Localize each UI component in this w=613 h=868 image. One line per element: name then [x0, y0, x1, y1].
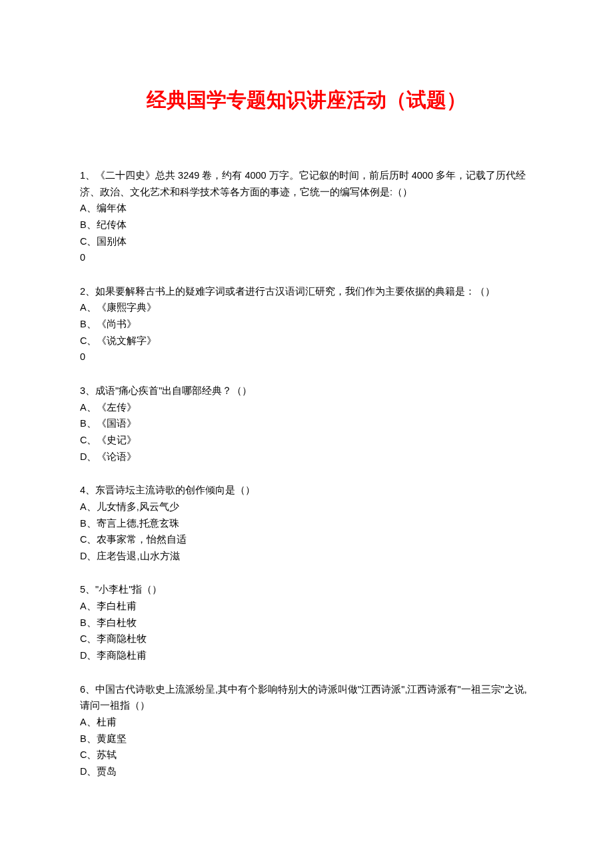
document-page: 经典国学专题知识讲座活动（试题） 1、《二十四史》总共 3249 卷，约有 40…: [0, 0, 613, 837]
question-block: 2、如果要解释古书上的疑难字词或者进行古汉语词汇研究，我们作为主要依据的典籍是：…: [80, 283, 533, 365]
choice-option: D、贾岛: [80, 763, 533, 780]
question-block: 4、东晋诗坛主流诗歌的创作倾向是（） A、儿女情多,风云气少 B、寄言上德,托意…: [80, 482, 533, 564]
choice-option: A、杜甫: [80, 714, 533, 731]
choice-option: A、《左传》: [80, 399, 533, 416]
question-prompt: 4、东晋诗坛主流诗歌的创作倾向是（）: [80, 482, 533, 499]
question-prompt: 3、成语"痛心疾首"出自哪部经典？（）: [80, 383, 533, 399]
trailing-marker: 0: [80, 349, 533, 365]
choice-option: C、国别体: [80, 233, 533, 250]
choice-option: D、《论语》: [80, 449, 533, 465]
question-block: 5、"小李杜"指（） A、李白杜甫 B、李白杜牧 C、李商隐杜牧 D、李商隐杜甫: [80, 581, 533, 663]
choice-option: A、《康熙字典》: [80, 299, 533, 316]
question-prompt: 2、如果要解释古书上的疑难字词或者进行古汉语词汇研究，我们作为主要依据的典籍是：…: [80, 283, 533, 300]
choice-option: C、李商隐杜牧: [80, 631, 533, 647]
choice-option: C、苏轼: [80, 747, 533, 763]
choice-option: D、李商隐杜甫: [80, 647, 533, 664]
choice-option: C、农事家常，怡然自适: [80, 531, 533, 548]
trailing-marker: 0: [80, 249, 533, 266]
question-prompt: 5、"小李杜"指（）: [80, 581, 533, 598]
choice-option: B、纪传体: [80, 217, 533, 233]
choice-option: A、李白杜甫: [80, 598, 533, 615]
choice-option: B、《国语》: [80, 415, 533, 432]
question-block: 3、成语"痛心疾首"出自哪部经典？（） A、《左传》 B、《国语》 C、《史记》…: [80, 383, 533, 465]
choice-option: C、《说文解字》: [80, 333, 533, 349]
question-prompt: 6、中国古代诗歌史上流派纷呈,其中有个影响特别大的诗派叫做"江西诗派",江西诗派…: [80, 681, 533, 714]
choice-option: D、庄老告退,山水方滋: [80, 548, 533, 565]
choice-option: B、李白杜牧: [80, 615, 533, 631]
choice-option: B、寄言上德,托意玄珠: [80, 515, 533, 532]
choice-option: A、编年体: [80, 200, 533, 217]
question-block: 6、中国古代诗歌史上流派纷呈,其中有个影响特别大的诗派叫做"江西诗派",江西诗派…: [80, 681, 533, 780]
choice-option: A、儿女情多,风云气少: [80, 499, 533, 515]
choice-option: C、《史记》: [80, 432, 533, 449]
question-prompt: 1、《二十四史》总共 3249 卷，约有 4000 万字。它记叙的时间，前后历时…: [80, 167, 533, 200]
question-block: 1、《二十四史》总共 3249 卷，约有 4000 万字。它记叙的时间，前后历时…: [80, 167, 533, 266]
page-title: 经典国学专题知识讲座活动（试题）: [80, 87, 533, 114]
choice-option: B、《尚书》: [80, 316, 533, 333]
choice-option: B、黄庭坚: [80, 731, 533, 747]
